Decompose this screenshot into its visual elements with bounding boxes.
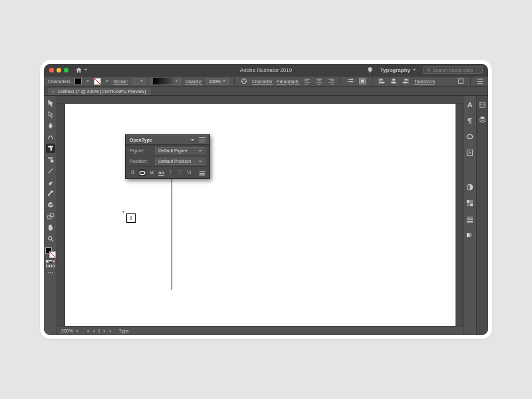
svg-rect-32 — [467, 200, 469, 202]
rotate-tool[interactable] — [46, 200, 55, 209]
layers-panel-icon[interactable] — [478, 114, 487, 124]
swatches-panel-icon[interactable] — [466, 198, 475, 207]
brush-dropdown[interactable] — [150, 78, 181, 85]
chevron-down-icon — [75, 329, 79, 333]
chevron-down-icon — [222, 79, 226, 83]
stroke-panel-icon[interactable] — [466, 214, 475, 223]
ruler-vertical — [57, 104, 65, 326]
opentype-panel[interactable]: OpenType Figure: Default Figure Position… — [125, 134, 210, 179]
preferences-button[interactable] — [476, 77, 484, 85]
bullets-button[interactable] — [346, 77, 354, 85]
paintbrush-tool[interactable] — [46, 178, 55, 187]
figure-row: Figure: Default Figure — [126, 145, 209, 156]
svg-rect-18 — [403, 82, 408, 84]
panel-menu-icon[interactable] — [199, 137, 205, 142]
right-panel-strip-2 — [476, 96, 488, 335]
edit-toolbar-button[interactable] — [47, 272, 55, 273]
document-tabs: × Untitled-1* @ 200% (CMYK/GPU Preview) — [44, 86, 488, 96]
touch-type-tool[interactable] — [46, 155, 55, 164]
align-objects-center-button[interactable] — [390, 77, 398, 85]
eyedropper-tool[interactable] — [46, 189, 55, 198]
svg-point-6 — [348, 81, 349, 82]
stroke-link[interactable]: Stroke: — [113, 79, 128, 84]
chevron-down-icon — [175, 79, 178, 83]
hand-tool[interactable] — [46, 223, 55, 232]
type-tool[interactable] — [46, 144, 55, 153]
chevron-down-icon[interactable] — [105, 79, 109, 83]
align-right-button[interactable] — [327, 77, 335, 85]
svg-rect-9 — [361, 80, 364, 83]
tool-hint[interactable]: Type — [119, 329, 129, 333]
panel-header[interactable]: OpenType — [126, 135, 209, 145]
collapse-icon[interactable] — [190, 138, 195, 142]
position-select[interactable]: Default Position — [155, 158, 205, 165]
selection-tool[interactable] — [46, 98, 55, 108]
last-icon — [108, 329, 112, 333]
draw-mode-row[interactable] — [46, 265, 55, 267]
paragraph-panel-icon[interactable] — [466, 116, 475, 125]
discretionary-ligatures-icon[interactable]: st — [149, 169, 155, 176]
artboard-nav[interactable]: 1 — [86, 329, 112, 333]
svg-rect-15 — [392, 82, 397, 84]
position-label: Position: — [130, 159, 152, 164]
svg-rect-11 — [380, 79, 383, 81]
next-icon — [102, 329, 106, 333]
close-tab-icon[interactable]: × — [52, 89, 55, 94]
svg-rect-36 — [467, 216, 473, 217]
scrollbar-vertical[interactable] — [456, 104, 463, 326]
zoom-tool[interactable] — [46, 234, 55, 243]
transform-link[interactable]: Transform — [414, 79, 435, 84]
wrap-options-button[interactable] — [358, 77, 366, 85]
stylistic-sets-icon[interactable] — [199, 169, 205, 176]
fractions-icon[interactable]: ½ — [186, 169, 192, 176]
fill-swatch[interactable] — [74, 78, 82, 85]
swash-icon[interactable]: aa — [158, 169, 164, 176]
opacity-link[interactable]: Opacity: — [185, 79, 202, 84]
svg-rect-16 — [408, 78, 409, 84]
svg-line-28 — [51, 240, 53, 242]
align-objects-right-button[interactable] — [402, 77, 410, 85]
paragraph-link[interactable]: Paragraph: — [277, 79, 300, 84]
align-center-button[interactable] — [315, 77, 323, 85]
svg-rect-20 — [477, 79, 483, 80]
color-mode-row[interactable] — [46, 260, 55, 263]
chevron-down-icon — [140, 79, 144, 83]
contextual-alternates-icon[interactable] — [139, 169, 146, 176]
opentype-feature-icons: fi st aa T T ½ — [126, 166, 209, 178]
glyphs-panel-icon[interactable] — [466, 148, 475, 157]
curvature-tool[interactable] — [46, 132, 55, 142]
line-tool[interactable] — [46, 166, 55, 176]
scale-tool[interactable] — [46, 211, 55, 221]
document-tab[interactable]: × Untitled-1* @ 200% (CMYK/GPU Preview) — [48, 88, 151, 95]
svg-point-3 — [245, 81, 246, 82]
color-panel-icon[interactable] — [466, 182, 475, 192]
artboard-canvas[interactable]: I — [65, 104, 456, 326]
isolate-button[interactable] — [457, 77, 465, 85]
opacity-dropdown[interactable]: 100% — [206, 78, 229, 85]
svg-rect-39 — [467, 233, 473, 237]
chevron-down-icon[interactable] — [86, 79, 90, 83]
align-objects-left-button[interactable] — [378, 77, 386, 85]
svg-rect-37 — [467, 218, 473, 219]
character-panel-icon[interactable] — [466, 100, 475, 109]
align-left-button[interactable] — [303, 77, 311, 85]
gradient-panel-icon[interactable] — [466, 230, 475, 239]
stroke-swatch[interactable] — [94, 78, 101, 85]
control-bar: Characters Stroke: Opacity: 100% Charact… — [44, 76, 488, 86]
properties-panel-icon[interactable] — [478, 100, 487, 109]
svg-rect-7 — [350, 81, 354, 82]
ligatures-icon[interactable]: fi — [130, 169, 136, 176]
titling-alternates-icon[interactable]: T — [177, 169, 183, 176]
recolor-button[interactable] — [240, 77, 248, 85]
fill-stroke-swatch[interactable] — [45, 247, 56, 258]
opentype-panel-icon[interactable] — [466, 132, 475, 141]
zoom-dropdown[interactable]: 200% — [61, 329, 79, 333]
figure-select[interactable]: Default Figure — [155, 147, 205, 154]
position-value: Default Position — [158, 159, 191, 164]
svg-rect-44 — [200, 173, 205, 174]
direct-selection-tool[interactable] — [46, 110, 55, 119]
stylistic-alternates-icon[interactable]: T — [168, 169, 174, 176]
stroke-weight-dropdown[interactable] — [132, 78, 146, 85]
pen-tool[interactable] — [46, 121, 55, 130]
character-link[interactable]: Character — [252, 79, 273, 84]
